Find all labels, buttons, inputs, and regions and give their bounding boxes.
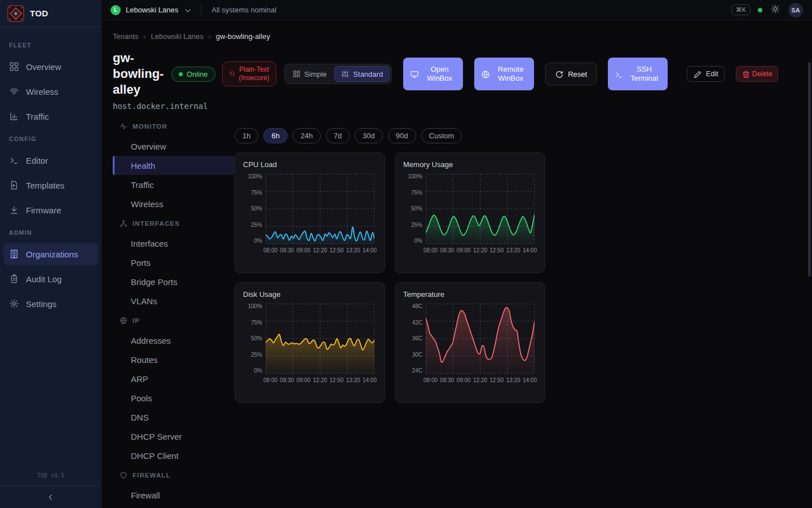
subnav-item-vlans[interactable]: VLANs (113, 291, 235, 310)
terminal-icon (615, 70, 623, 78)
time-range-30d[interactable]: 30d (355, 128, 383, 143)
user-avatar[interactable]: SA (788, 3, 803, 17)
tenant-selector[interactable]: L Lebowski Lanes (111, 5, 191, 15)
y-tick-label: 50% (251, 336, 262, 341)
edit-button[interactable]: Edit (687, 66, 725, 82)
x-tick-label: 08:30 (440, 247, 454, 253)
refresh-icon (555, 70, 563, 78)
theme-toggle-button[interactable] (770, 5, 781, 16)
x-tick-label: 12:20 (313, 377, 327, 383)
subnav-item-routes[interactable]: Routes (113, 350, 235, 369)
sidebar-item-wireless[interactable]: Wireless (0, 79, 102, 104)
y-tick-label: 0% (254, 368, 262, 374)
remote-winbox-button[interactable]: Remote WinBox (474, 58, 534, 90)
y-tick-label: 36C (412, 336, 422, 341)
breadcrumb-item[interactable]: Lebowski Lanes (151, 32, 204, 41)
y-axis: 100%75%50%25%0% (243, 304, 262, 374)
shield-off-icon (229, 71, 236, 77)
reset-button[interactable]: Reset (545, 63, 597, 85)
x-tick-label: 08:30 (280, 247, 294, 253)
y-axis: 48C42C36C30C24C (403, 304, 422, 374)
globe-icon (120, 317, 127, 325)
time-range-24h[interactable]: 24h (293, 128, 321, 143)
grid-icon (9, 62, 19, 72)
subnav-item-firewall[interactable]: Firewall (113, 485, 235, 505)
breadcrumb-separator: › (144, 33, 146, 41)
x-tick-label: 08:00 (263, 247, 277, 253)
file-icon (9, 180, 19, 190)
main-content: Tenants›Lebowski Lanes›gw-bowling-alley … (102, 20, 812, 508)
y-tick-label: 25% (251, 222, 262, 228)
subnav-item-arp[interactable]: ARP (113, 369, 235, 388)
x-tick-label: 12:20 (313, 247, 327, 253)
terminal-icon (9, 155, 19, 165)
sidebar-item-audit-log[interactable]: Audit Log (0, 266, 102, 291)
sidebar-item-settings[interactable]: Settings (0, 291, 102, 316)
x-tick-label: 08:30 (280, 377, 294, 383)
sidebar-collapse-button[interactable] (39, 489, 62, 506)
mode-standard-button[interactable]: Standard (334, 66, 390, 82)
y-tick-label: 50% (411, 206, 422, 212)
charts-grid: CPU Load100%75%50%25%0%08:0008:3009:0012… (235, 152, 812, 403)
open-winbox-button[interactable]: Open WinBox (403, 58, 463, 90)
sidebar-item-overview[interactable]: Overview (0, 54, 102, 79)
app-logo[interactable]: TOD (0, 0, 102, 27)
y-tick-label: 48C (412, 304, 422, 309)
pencil-icon (693, 70, 701, 78)
subnav-item-mangle[interactable]: Mangle (113, 505, 235, 508)
time-range-custom[interactable]: Custom (421, 128, 462, 143)
ssh-terminal-button[interactable]: SSH Terminal (608, 58, 668, 90)
time-range-90d[interactable]: 90d (388, 128, 416, 143)
subnav-item-overview[interactable]: Overview (113, 137, 235, 156)
time-range-6h[interactable]: 6h (263, 128, 287, 143)
breadcrumb-item: gw-bowling-alley (216, 32, 270, 41)
wifi-icon (9, 86, 19, 97)
delete-button[interactable]: Delete (736, 66, 778, 82)
chart-plot (426, 304, 535, 374)
x-tick-label: 08:00 (263, 377, 277, 383)
subnav-item-bridge-ports[interactable]: Bridge Ports (113, 272, 235, 291)
subnav-item-addresses[interactable]: Addresses (113, 331, 235, 350)
sidebar-item-templates[interactable]: Templates (0, 173, 102, 198)
subnav-item-ports[interactable]: Ports (113, 253, 235, 272)
sliders-icon (341, 70, 349, 78)
x-tick-label: 09:00 (297, 247, 311, 253)
sidebar-item-firmware[interactable]: Firmware (0, 198, 102, 222)
sidebar-item-organizations[interactable]: Organizations (3, 243, 98, 265)
chart-title: Memory Usage (403, 160, 537, 169)
tenant-name: Lebowski Lanes (126, 6, 178, 14)
vertical-scrollbar[interactable] (808, 62, 811, 277)
x-tick-label: 14:00 (523, 377, 537, 383)
x-tick-label: 08:30 (440, 377, 454, 383)
subnav-item-dhcp-server[interactable]: DHCP Server (113, 427, 235, 446)
sidebar-nav: FLEETOverviewWirelessTrafficCONFIGEditor… (0, 27, 102, 467)
command-palette-shortcut[interactable]: ⌘K (731, 5, 751, 15)
subnav-item-dhcp-client[interactable]: DHCP Client (113, 446, 235, 465)
trash-icon (742, 70, 750, 78)
mode-simple-button[interactable]: Simple (286, 66, 333, 82)
sidebar-section-label: CONFIG (0, 129, 102, 148)
clipboard-icon (9, 274, 19, 284)
y-tick-label: 30C (412, 352, 422, 358)
subnav-section-label: MONITOR (133, 123, 167, 130)
x-tick-label: 12:20 (473, 377, 487, 383)
breadcrumb-item[interactable]: Tenants (113, 32, 139, 41)
sidebar-item-traffic[interactable]: Traffic (0, 104, 102, 129)
subnav-item-pools[interactable]: Pools (113, 388, 235, 408)
subnav-item-health[interactable]: Health (113, 156, 235, 175)
subnav-section-label: INTERFACES (133, 220, 180, 227)
y-axis: 100%75%50%25%0% (403, 174, 422, 244)
device-host: host.docker.internal (113, 102, 812, 111)
subnav-item-dns[interactable]: DNS (113, 408, 235, 427)
x-tick-label: 13:20 (506, 247, 520, 253)
time-range-7d[interactable]: 7d (326, 128, 350, 143)
y-tick-label: 75% (411, 190, 422, 196)
subnav-item-traffic[interactable]: Traffic (113, 175, 235, 194)
sidebar-item-label: Organizations (26, 249, 78, 259)
sidebar-item-editor[interactable]: Editor (0, 148, 102, 173)
time-range-1h[interactable]: 1h (235, 128, 258, 143)
subnav-item-interfaces[interactable]: Interfaces (113, 234, 235, 253)
subnav-item-wireless[interactable]: Wireless (113, 194, 235, 213)
y-tick-label: 24C (412, 368, 422, 374)
device-subnav: MONITOROverviewHealthTrafficWirelessINTE… (113, 116, 235, 508)
